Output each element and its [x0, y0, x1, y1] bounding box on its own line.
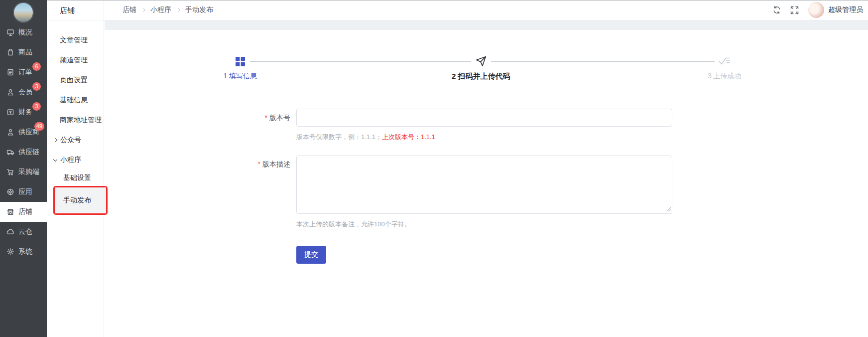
wheel-icon [6, 188, 14, 196]
submenu-item-basic-settings[interactable]: 基础设置 [47, 170, 104, 186]
submenu-item-label: 频道管理 [60, 56, 88, 65]
gear-icon [6, 248, 14, 256]
main-nav: 概况商品订单6会员3财务3供应商49供应链采购端应用店铺云仓系统 [0, 22, 47, 262]
steps-wizard: 1 填写信息2 扫码并上传代码3 上传成功 [105, 56, 868, 80]
user-name: 超级管理员 [828, 5, 863, 14]
secondary-sidebar-title: 店铺 [47, 0, 104, 20]
supplier-icon [6, 128, 14, 136]
refresh-icon[interactable] [772, 5, 781, 14]
sidebar-item-label: 订单 [18, 68, 32, 77]
step-3-icon [718, 56, 731, 67]
version-input[interactable] [296, 109, 672, 127]
submenu-item-merchant-address[interactable]: 商家地址管理 [47, 110, 104, 130]
notification-badge: 3 [32, 102, 41, 111]
topbar: 店铺小程序手动发布 超级管理员 [104, 0, 868, 20]
sidebar-item-label: 概况 [18, 28, 32, 37]
topbar-actions: 超级管理员 [772, 2, 863, 18]
cloud-icon [6, 228, 14, 236]
user-avatar [808, 2, 824, 18]
primary-sidebar: 概况商品订单6会员3财务3供应商49供应链采购端应用店铺云仓系统 [0, 0, 47, 337]
submenu-item-page-settings[interactable]: 页面设置 [47, 70, 104, 90]
chevron-right-icon [53, 138, 57, 142]
sidebar-item-shop[interactable]: 店铺 [0, 202, 47, 222]
step-3: 3 上传成功 [645, 56, 804, 81]
submit-row: 提交 [105, 246, 868, 264]
release-form: *版本号 版本号仅限数字，例：1.1.1；上次版本号：1.1.1 *版本描述 [105, 109, 868, 264]
submenu-item-official-account[interactable]: 公众号 [47, 130, 104, 150]
sidebar-item-label: 商品 [18, 48, 32, 57]
main-content: 1 填写信息2 扫码并上传代码3 上传成功 *版本号 版本号仅限数字，例：1.1… [105, 20, 868, 337]
step-label: 1 填写信息 [223, 72, 257, 81]
breadcrumb-item[interactable]: 手动发布 [185, 5, 213, 14]
version-help: 版本号仅限数字，例：1.1.1；上次版本号：1.1.1 [296, 133, 672, 142]
secondary-sidebar: 店铺 文章管理频道管理页面设置基础信息商家地址管理公众号小程序基础设置手动发布 [47, 0, 104, 337]
user-menu[interactable]: 超级管理员 [808, 2, 863, 18]
submenu-item-channel-management[interactable]: 频道管理 [47, 50, 104, 70]
notification-badge: 3 [32, 82, 41, 91]
sidebar-item-cloud-warehouse[interactable]: 云仓 [0, 222, 47, 242]
submenu-item-manual-release[interactable]: 手动发布 [55, 187, 106, 213]
step-2: 2 扫码并上传代码 [401, 56, 561, 81]
secondary-menu: 文章管理频道管理页面设置基础信息商家地址管理公众号小程序基础设置手动发布 [47, 20, 104, 215]
window-top-border [47, 0, 868, 1]
monitor-icon [6, 28, 14, 36]
sidebar-item-suppliers[interactable]: 供应商49 [0, 122, 47, 142]
sidebar-item-finance[interactable]: 财务3 [0, 102, 47, 122]
breadcrumb-item[interactable]: 店铺 [123, 5, 136, 14]
shop-icon [6, 208, 14, 216]
sidebar-item-label: 应用 [18, 187, 32, 196]
step-1: 1 填写信息 [160, 56, 320, 81]
description-textarea-wrap [296, 156, 672, 214]
sidebar-item-orders[interactable]: 订单6 [0, 62, 47, 82]
submenu-item-label: 小程序 [60, 156, 81, 165]
store-logo-avatar[interactable] [14, 3, 33, 22]
submenu-item-label: 商家地址管理 [60, 116, 102, 125]
description-textarea[interactable] [296, 156, 672, 214]
sidebar-item-overview[interactable]: 概况 [0, 22, 47, 42]
description-help: 本次上传的版本备注，允许100个字符。 [296, 220, 672, 229]
submenu-item-article-management[interactable]: 文章管理 [47, 30, 104, 50]
sidebar-item-supply-chain[interactable]: 供应链 [0, 142, 47, 162]
description-label-text: 版本描述 [262, 160, 290, 168]
description-field: 本次上传的版本备注，允许100个字符。 [296, 156, 672, 229]
member-icon [6, 88, 14, 96]
version-label-text: 版本号 [269, 114, 290, 122]
sidebar-item-goods[interactable]: 商品 [0, 42, 47, 62]
version-help-gray: 版本号仅限数字，例：1.1.1； [296, 133, 382, 141]
notification-badge: 49 [34, 122, 44, 131]
submit-button[interactable]: 提交 [296, 246, 326, 264]
description-label: *版本描述 [105, 156, 290, 229]
sidebar-item-procurement[interactable]: 采购端 [0, 162, 47, 182]
bag-icon [6, 48, 14, 56]
chevron-right-icon [176, 8, 180, 12]
truck-icon [6, 148, 14, 156]
content-card: 1 填写信息2 扫码并上传代码3 上传成功 *版本号 版本号仅限数字，例：1.1… [105, 30, 868, 337]
cart-icon [6, 168, 14, 176]
finance-icon [6, 108, 14, 116]
required-mark: * [265, 114, 267, 122]
breadcrumb-item[interactable]: 小程序 [150, 5, 171, 14]
submenu-item-mini-program[interactable]: 小程序 [47, 150, 104, 170]
sidebar-item-apps[interactable]: 应用 [0, 182, 47, 202]
sidebar-item-label: 供应链 [18, 148, 39, 157]
resize-handle-icon[interactable] [666, 207, 671, 212]
breadcrumb: 店铺小程序手动发布 [123, 5, 213, 14]
annotation-highlight-box: 手动发布 [53, 186, 108, 215]
version-field-row: *版本号 版本号仅限数字，例：1.1.1；上次版本号：1.1.1 [105, 109, 868, 142]
required-mark: * [258, 160, 260, 168]
chevron-right-icon [141, 8, 145, 12]
sidebar-item-members[interactable]: 会员3 [0, 82, 47, 102]
submenu-item-basic-info[interactable]: 基础信息 [47, 90, 104, 110]
logo-wrap [0, 0, 47, 22]
notification-badge: 6 [32, 62, 41, 71]
description-field-row: *版本描述 本次上传的版本备注，允许100个字符。 [105, 156, 868, 229]
fullscreen-icon[interactable] [790, 5, 799, 14]
chevron-down-icon [53, 157, 57, 161]
order-icon [6, 68, 14, 76]
version-label: *版本号 [105, 109, 290, 142]
step-label: 2 扫码并上传代码 [452, 72, 510, 81]
sidebar-item-label: 云仓 [18, 227, 32, 236]
submenu-item-label: 页面设置 [60, 76, 88, 85]
sidebar-item-system[interactable]: 系统 [0, 242, 47, 262]
sidebar-item-label: 店铺 [18, 207, 32, 216]
